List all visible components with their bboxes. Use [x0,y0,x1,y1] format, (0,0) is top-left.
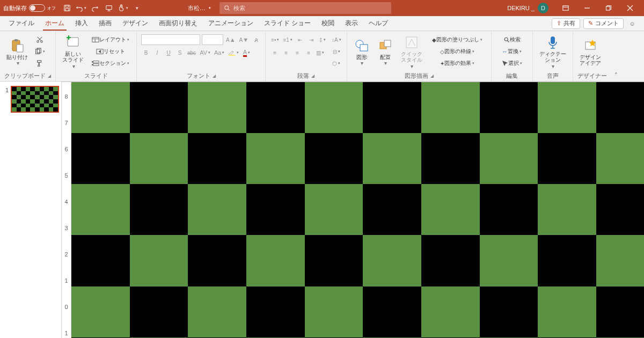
svg-point-10 [37,41,39,43]
tab-view[interactable]: 表示 [340,16,363,31]
group-label-slides: スライド [60,71,132,80]
tab-design[interactable]: デザイン [117,16,153,31]
dialog-launcher-icon[interactable]: ◢ [48,74,51,78]
group-label-font: フォント◢ [141,71,261,80]
quick-styles-button[interactable]: クイックスタイル▾ [399,34,425,70]
tab-slideshow[interactable]: スライド ショー [259,16,316,31]
dialog-launcher-icon[interactable]: ◢ [311,74,314,78]
align-center-button[interactable]: ≡ [281,47,291,58]
tab-transitions[interactable]: 画面切り替え [153,16,203,31]
smartart-convert-button[interactable]: ⬡▾ [331,58,342,69]
align-right-button[interactable]: ≡ [292,47,302,58]
reset-button[interactable]: リセット [89,46,132,57]
feedback-smiley-icon[interactable]: ☺ [627,18,638,29]
slide-thumbnail-1[interactable]: 1 [2,86,59,113]
highlight-button[interactable]: ▾ [227,47,240,58]
group-label-designer: デザイナー [577,71,607,80]
clear-formatting-button[interactable]: A̷ [251,34,261,45]
increase-indent-button[interactable]: ⇥ [306,34,316,45]
tab-file[interactable]: ファイル [3,16,40,31]
search-box[interactable]: 検索 [219,2,391,14]
document-title[interactable]: 市松…▾ [188,4,211,12]
tab-draw[interactable]: 描画 [93,16,117,31]
replace-button[interactable]: ↔置換▾ [496,46,528,57]
shape-fill-button[interactable]: ◆図形の塗りつぶし▾ [428,34,487,45]
design-ideas-button[interactable]: デザインアイデア [577,34,603,70]
align-text-button[interactable]: ⊟▾ [331,46,342,57]
slide-canvas[interactable] [71,82,644,338]
font-size-select[interactable] [202,34,223,45]
svg-point-11 [41,41,43,43]
char-spacing-button[interactable]: AV▾ [199,47,211,58]
user-account[interactable]: DEKIRU _ D [507,3,548,13]
text-direction-button[interactable]: ↕A▾ [331,34,342,45]
quick-access-toolbar: 自動保存 オフ ▾ ▾ ▾ [3,2,143,14]
strikethrough-button[interactable]: abc [186,47,197,58]
font-color-button[interactable]: A▾ [241,47,251,58]
comments-button[interactable]: ✎コメント [583,18,624,29]
save-icon[interactable] [61,2,73,14]
collapse-ribbon-button[interactable]: ˄ [611,31,621,81]
maximize-button[interactable] [598,0,619,16]
section-button[interactable]: セクション▾ [89,58,132,69]
touch-mode-icon[interactable]: ▾ [117,2,129,14]
increase-font-button[interactable]: A▲ [225,34,237,45]
slideshow-start-icon[interactable] [103,2,115,14]
tab-help[interactable]: ヘルプ [363,16,393,31]
toggle-off-icon [29,4,45,12]
decrease-indent-button[interactable]: ⇤ [295,34,305,45]
search-icon [224,5,230,11]
numbering-button[interactable]: ≡1▾ [282,34,293,45]
qat-customize[interactable]: ▾ [131,2,143,14]
columns-button[interactable]: ▥▾ [315,47,325,58]
svg-rect-6 [606,6,610,10]
bold-button[interactable]: B [141,47,151,58]
tab-insert[interactable]: 挿入 [70,16,93,31]
underline-button[interactable]: U [164,47,173,58]
slide-content[interactable] [71,82,644,338]
shape-effects-button[interactable]: ✦図形の効果▾ [428,58,487,69]
shadow-button[interactable]: S [175,47,185,58]
svg-rect-8 [14,39,18,41]
layout-button[interactable]: レイアウト▾ [89,34,132,45]
select-button[interactable]: 選択▾ [496,58,528,69]
group-label-voice: 音声 [537,71,568,80]
autosave-toggle[interactable]: 自動保存 オフ [3,4,56,12]
dialog-launcher-icon[interactable]: ◢ [430,74,434,78]
tab-animations[interactable]: アニメーション [203,16,259,31]
dialog-launcher-icon[interactable]: ◢ [213,74,216,78]
cut-button[interactable] [33,34,46,45]
tab-review[interactable]: 校閲 [316,16,340,31]
shape-outline-button[interactable]: ◇図形の枠線▾ [428,46,487,57]
justify-button[interactable]: ≡ [304,47,313,58]
format-painter-button[interactable] [33,58,46,69]
vertical-ruler[interactable]: 87654321012 [62,82,71,338]
dictate-button[interactable]: ディクテーション▾ [537,34,568,70]
svg-rect-17 [93,61,99,63]
share-button[interactable]: ⇪共有 [552,18,580,29]
username: DEKIRU _ [507,5,535,11]
bullets-button[interactable]: ≡•▾ [270,34,280,45]
arrange-button[interactable]: 配置▾ [375,34,396,70]
close-button[interactable] [619,0,641,16]
paste-button[interactable]: 貼り付け▾ [4,34,30,70]
font-family-select[interactable] [141,34,200,45]
copy-button[interactable]: ▾ [33,46,46,57]
minimize-button[interactable] [576,0,598,16]
group-label-clipboard: クリップボード◢ [4,71,51,80]
decrease-font-button[interactable]: A▼ [238,34,250,45]
svg-rect-21 [229,55,235,56]
tab-home[interactable]: ホーム [40,16,70,31]
align-left-button[interactable]: ≡ [270,47,280,58]
italic-button[interactable]: I [152,47,162,58]
slide-thumbnail-panel[interactable]: 1 [0,82,62,338]
new-slide-button[interactable]: 新しいスライド▾ [60,34,86,70]
redo-button[interactable] [89,2,101,14]
find-button[interactable]: 検索 [496,34,528,45]
line-spacing-button[interactable]: ‡▾ [318,34,327,45]
group-voice: ディクテーション▾ 音声 [533,31,573,81]
shapes-button[interactable]: 図形▾ [352,34,372,70]
undo-button[interactable]: ▾ [75,2,87,14]
change-case-button[interactable]: Aa▾ [213,47,225,58]
ribbon-display-options[interactable] [555,0,576,16]
